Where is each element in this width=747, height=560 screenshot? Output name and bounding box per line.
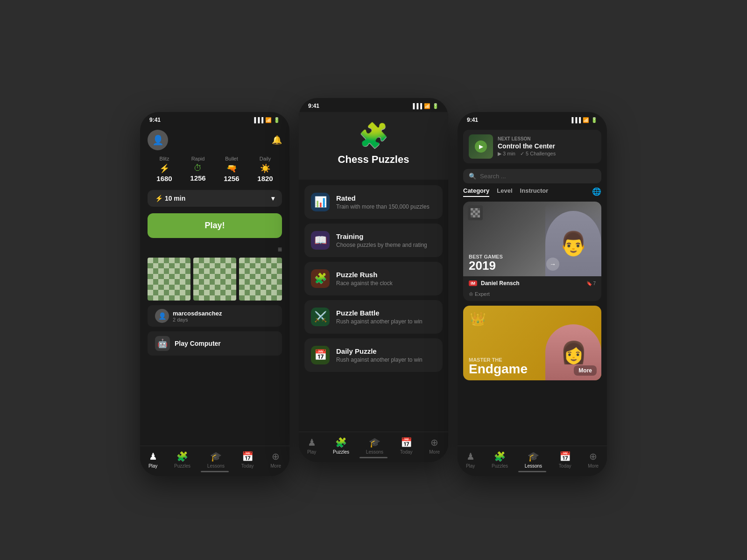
nav-today-right[interactable]: 📅 Today [559,451,571,469]
nav-play-left[interactable]: ♟ Play [148,451,157,469]
profile-row: 👤 🔔 [140,126,289,156]
nav-play-center[interactable]: ♟ Play [307,437,316,455]
daily-puzzle[interactable]: 📅 Daily Puzzle Rush against another play… [304,338,443,372]
status-bar-left: 9:41 ▐▐▐ 📶 🔋 [140,112,289,126]
nav-puzzles-label: Puzzles [174,463,190,469]
nav-play-label: Play [148,463,157,469]
puzzle-menu: 📊 Rated Train with more than 150,000 puz… [299,180,448,382]
puzzle-battle[interactable]: ⚔️ Puzzle Battle Rush against another pl… [304,300,443,334]
more-button-endgame[interactable]: More [574,365,597,376]
lesson-challenges: ✓ 5 Challenges [520,151,556,157]
time-selector-label: ⚡ 10 min [155,195,185,202]
more-nav-icon: ⊕ [272,451,280,462]
rated-icon: 📊 [311,193,330,211]
filter-category[interactable]: Category [463,187,489,197]
time-selector[interactable]: ⚡ 10 min ▾ [148,190,282,207]
nav-underline-left [201,471,229,472]
rated-text: Rated Train with more than 150,000 puzzl… [336,194,436,210]
opponent-row[interactable]: 👤 marcosdsanchez 2 days [148,305,282,327]
play-button[interactable]: Play! [148,213,282,238]
nav-today-center[interactable]: 📅 Today [400,437,413,455]
filter-instructor[interactable]: Instructor [520,187,549,197]
today-nav-icon-r: 📅 [559,451,571,462]
boards-grid [148,258,282,301]
course-card-endgame[interactable]: 👑 Master the Endgame 👩 More [463,306,601,380]
course-info-row-1: IM Daniel Rensch 🔖 7 [463,276,601,290]
puzzle-rush-icon: 🧩 [311,269,330,288]
search-bar[interactable]: 🔍 Search ... [463,169,601,183]
status-icons-center: ▐▐▐ 📶 🔋 [411,103,439,109]
battle-icon: ⚔️ [311,308,330,326]
filter-tabs: Category Level Instructor 🌐 [458,187,607,197]
more-nav-icon-c: ⊕ [430,437,438,448]
filter-level[interactable]: Level [497,187,512,197]
battery-icon-c: 🔋 [432,103,439,109]
bottom-nav-center: ♟ Play 🧩 Puzzles 🎓 Lessons 📅 Today ⊕ Mor… [299,432,448,462]
globe-icon[interactable]: 🌐 [592,187,601,197]
play-nav-icon: ♟ [149,451,157,462]
nav-play-right[interactable]: ♟ Play [466,451,475,469]
training-text: Training Choose puzzles by theme and rat… [336,232,436,248]
nav-puzzles-label-c: Puzzles [333,449,349,455]
mini-board-3[interactable] [239,258,282,301]
puzzle-training[interactable]: 📖 Training Choose puzzles by theme and r… [304,224,443,257]
course-arrow-icon[interactable]: → [546,258,559,271]
list-icon[interactable]: ≡ [278,245,282,254]
bottom-nav-left: ♟ Play 🧩 Puzzles 🎓 Lessons 📅 Today ⊕ Mor… [140,446,289,476]
puzzle-rated[interactable]: 📊 Rated Train with more than 150,000 puz… [304,185,443,219]
wifi-icon: 📶 [265,117,272,123]
nav-more-left[interactable]: ⊕ More [270,451,281,469]
lessons-nav-icon-r: 🎓 [528,451,539,462]
blitz-icon: ⚡ [156,163,172,174]
course-card-best-games[interactable]: BEST GAMES 2019 👨 → IM Daniel Rensch 🔖 7 [463,202,601,301]
phone-lessons: 9:41 ▐▐▐ 📶 🔋 ▶ NEXT LESSON Control the C… [458,112,607,476]
bell-icon[interactable]: 🔔 [272,135,282,145]
svg-rect-13 [473,215,475,217]
bottom-nav-right: ♟ Play 🧩 Puzzles 🎓 Lessons 📅 Today ⊕ Mor… [458,446,607,476]
play-computer-row[interactable]: 🤖 Play Computer [148,331,282,356]
lesson-meta: ▶ 3 min ✓ 5 Challenges [498,151,596,157]
svg-rect-4 [471,210,473,213]
play-nav-icon-c: ♟ [308,437,316,448]
nav-puzzles-left[interactable]: 🧩 Puzzles [174,451,190,469]
instructor-name-1: Daniel Rensch [481,280,583,287]
nav-more-center[interactable]: ⊕ More [429,437,440,455]
right-content: ▶ NEXT LESSON Control the Center ▶ 3 min… [458,126,607,476]
avatar[interactable]: 👤 [148,130,168,150]
today-nav-icon: 📅 [242,451,254,462]
stat-bullet: Bullet 🔫 1256 [224,156,239,182]
next-lesson-card[interactable]: ▶ NEXT LESSON Control the Center ▶ 3 min… [463,130,601,163]
chess-badge-icon [468,205,483,220]
nav-more-label-r: More [588,463,599,469]
puzzle-rush[interactable]: 🧩 Puzzle Rush Race against the clock [304,262,443,295]
nav-lessons-label: Lessons [207,463,225,469]
nav-more-label-c: More [429,449,440,455]
svg-rect-15 [478,215,480,217]
mini-board-2[interactable] [193,258,236,301]
status-icons-left: ▐▐▐ 📶 🔋 [253,117,280,123]
opponent-avatar: 👤 [155,309,169,323]
daily-puzzle-text: Daily Puzzle Rush against another player… [336,347,436,363]
phone-puzzles: 9:41 ▐▐▐ 📶 🔋 🧩 Chess Puzzles 📊 Rated Tra… [299,98,448,462]
nav-lessons-left[interactable]: 🎓 Lessons [207,451,225,469]
nav-today-label: Today [241,463,254,469]
daily-icon: ☀️ [257,163,273,174]
bookmark-icon: 🔖 7 [586,281,596,286]
lesson-thumbnail: ▶ [469,134,493,159]
nav-lessons-center[interactable]: 🎓 Lessons [366,437,383,455]
opponent-name: marcosdsanchez [173,310,275,317]
mini-board-1[interactable] [148,258,190,301]
course-bg-dark: BEST GAMES 2019 👨 → [463,202,601,276]
nav-more-right[interactable]: ⊕ More [588,451,599,469]
today-nav-icon-c: 📅 [401,437,412,448]
daily-puzzle-icon: 📅 [311,346,330,364]
nav-lessons-label-r: Lessons [525,463,542,469]
nav-lessons-right[interactable]: 🎓 Lessons [525,451,542,469]
nav-puzzles-center[interactable]: 🧩 Puzzles [333,437,349,455]
nav-puzzles-right[interactable]: 🧩 Puzzles [492,451,508,469]
nav-today-left[interactable]: 📅 Today [241,451,254,469]
svg-rect-9 [473,213,475,215]
battery-icon: 🔋 [274,117,280,123]
stats-row: Blitz ⚡ 1680 Rapid ⏱ 1256 Bullet 🔫 1256 … [140,156,289,190]
signal-icon-c: ▐▐▐ [411,103,422,109]
